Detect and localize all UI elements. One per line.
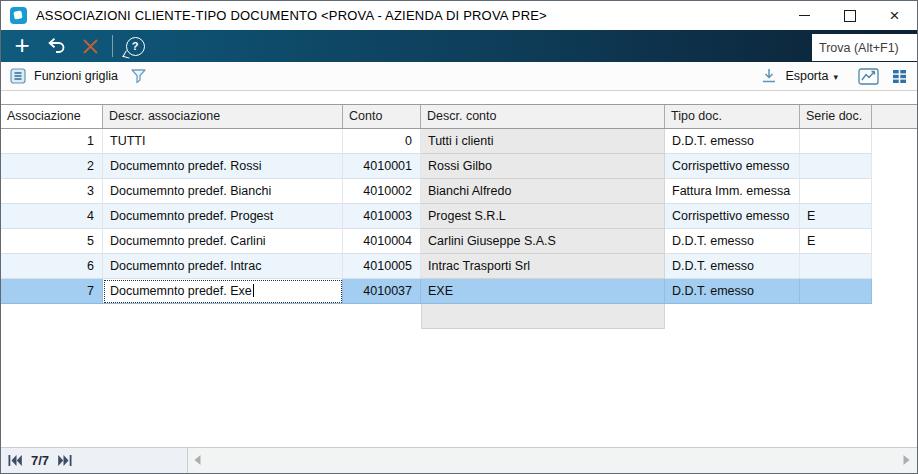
ghost-cell-associazione [1,304,103,329]
scroll-left-icon[interactable] [194,455,201,465]
cell-descr_conto-row3[interactable]: Bianchi Alfredo [421,179,665,204]
grid-row-6[interactable]: 6Documemnto predef. Intrac4010005Intrac … [1,254,917,279]
ghost-cell-descr_conto [421,304,665,329]
grid-functions-icon [10,68,26,84]
chart-icon [858,68,879,85]
column-header-associazione[interactable]: Associazione [1,105,103,128]
cell-conto-row7[interactable]: 4010037 [343,279,421,304]
add-button[interactable]: + [5,32,39,60]
column-header-tipo_doc[interactable]: Tipo doc. [665,105,800,128]
cell-serie_doc-row2[interactable] [800,154,872,179]
cell-associazione-row6[interactable]: 6 [1,254,103,279]
column-header-filler [872,105,917,128]
cell-serie_doc-row7[interactable] [800,279,872,304]
undo-button[interactable] [39,32,73,60]
cell-descr_conto-row2[interactable]: Rossi Gilbo [421,154,665,179]
last-record-icon [58,455,72,466]
cell-tipo_doc-row6[interactable]: D.D.T. emesso [665,254,800,279]
scroll-right-icon[interactable] [903,455,910,465]
column-header-descr_associazione[interactable]: Descr. associazione [103,105,343,128]
grid-row-3[interactable]: 3Documemnto predef. Bianchi4010002Bianch… [1,179,917,204]
cell-associazione-row4[interactable]: 4 [1,204,103,229]
title-bar: ASSOCIAZIONI CLIENTE-TIPO DOCUMENTO <PRO… [1,1,917,30]
window-controls: × [782,1,917,30]
cell-tipo_doc-row7[interactable]: D.D.T. emesso [665,279,800,304]
grid-new-row-placeholder[interactable] [1,304,917,329]
filter-icon [130,68,147,84]
cell-associazione-row1[interactable]: 1 [1,129,103,154]
find-input[interactable] [812,34,917,61]
last-record-button[interactable] [58,455,72,466]
main-toolbar: + ? [1,30,917,62]
layout-view-button[interactable] [892,69,907,84]
column-header-serie_doc[interactable]: Serie doc. [800,105,872,128]
tile-grid-icon [892,69,907,84]
cell-descr_associazione-row4[interactable]: Documemnto predef. Progest [103,204,343,229]
grid-row-4[interactable]: 4Documemnto predef. Progest4010003Proges… [1,204,917,229]
close-button[interactable]: × [872,1,917,30]
cell-serie_doc-row4[interactable]: E [800,204,872,229]
cell-serie_doc-row5[interactable]: E [800,229,872,254]
ghost-cell-tipo_doc [665,304,800,329]
cell-conto-row5[interactable]: 4010004 [343,229,421,254]
cell-tipo_doc-row5[interactable]: D.D.T. emesso [665,229,800,254]
window-title: ASSOCIAZIONI CLIENTE-TIPO DOCUMENTO <PRO… [36,8,547,23]
cell-descr_conto-row7[interactable]: EXE [421,279,665,304]
edit-cell-text: Documemnto predef. Exe [110,284,252,298]
cell-associazione-row2[interactable]: 2 [1,154,103,179]
cell-conto-row2[interactable]: 4010001 [343,154,421,179]
cell-serie_doc-row6[interactable] [800,254,872,279]
filter-button[interactable] [130,68,147,84]
cell-tipo_doc-row4[interactable]: Corrispettivo emesso [665,204,800,229]
cell-associazione-row3[interactable]: 3 [1,179,103,204]
cell-conto-row3[interactable]: 4010002 [343,179,421,204]
maximize-button[interactable] [827,1,872,30]
ghost-cell-serie_doc [800,304,872,329]
maximize-icon [844,10,856,22]
cell-descr_associazione-row1[interactable]: TUTTI [103,129,343,154]
grid-header-row: AssociazioneDescr. associazioneContoDesc… [1,104,917,129]
help-icon: ? [126,37,145,56]
grid-functions-button[interactable]: Funzioni griglia [10,68,130,84]
column-header-descr_conto[interactable]: Descr. conto [421,105,665,128]
cell-descr_associazione-row6[interactable]: Documemnto predef. Intrac [103,254,343,279]
cell-descr_associazione-row5[interactable]: Documemnto predef. Carlini [103,229,343,254]
minimize-button[interactable] [782,1,827,30]
cell-associazione-row7[interactable]: 7 [1,279,103,304]
cell-serie_doc-row1[interactable] [800,129,872,154]
column-header-conto[interactable]: Conto [343,105,421,128]
status-bar: 7/7 [1,447,917,473]
cell-descr_associazione-row2[interactable]: Documemnto predef. Rossi [103,154,343,179]
cell-serie_doc-row3[interactable] [800,179,872,204]
cell-conto-row1[interactable]: 0 [343,129,421,154]
grid-row-5[interactable]: 5Documemnto predef. Carlini4010004Carlin… [1,229,917,254]
export-caret-icon: ▾ [833,72,838,82]
cell-conto-row4[interactable]: 4010003 [343,204,421,229]
cell-tipo_doc-row3[interactable]: Fattura Imm. emessa [665,179,800,204]
record-counter: 7/7 [31,453,49,468]
cell-conto-row6[interactable]: 4010005 [343,254,421,279]
delete-button[interactable] [73,32,107,60]
cell-tipo_doc-row2[interactable]: Corrispettivo emesso [665,154,800,179]
export-button[interactable]: Esporta ▾ [760,68,838,84]
cell-descr_conto-row1[interactable]: Tutti i clienti [421,129,665,154]
grid-row-7[interactable]: 7Documemnto predef. Exe4010037EXED.D.T. … [1,279,917,304]
cell-descr_conto-row6[interactable]: Intrac Trasporti Srl [421,254,665,279]
cell-descr_conto-row5[interactable]: Carlini Giuseppe S.A.S [421,229,665,254]
gridbar-right-group: Esporta ▾ [760,68,907,85]
grid-functions-label: Funzioni griglia [34,69,118,83]
grid-row-2[interactable]: 2Documemnto predef. Rossi4010001Rossi Gi… [1,154,917,179]
chart-view-button[interactable] [858,68,879,85]
grid-row-1[interactable]: 1TUTTI0Tutti i clientiD.D.T. emesso [1,129,917,154]
cell-descr_associazione-row7[interactable]: Documemnto predef. Exe [103,279,343,304]
delete-icon [82,38,99,55]
add-icon: + [14,34,29,56]
first-record-button[interactable] [8,455,22,466]
cell-descr_conto-row4[interactable]: Progest S.R.L [421,204,665,229]
help-button[interactable]: ? [118,32,152,60]
cell-descr_associazione-row3[interactable]: Documemnto predef. Bianchi [103,179,343,204]
cell-tipo_doc-row1[interactable]: D.D.T. emesso [665,129,800,154]
horizontal-scrollbar[interactable] [187,448,917,473]
minimize-icon [799,15,810,16]
cell-associazione-row5[interactable]: 5 [1,229,103,254]
